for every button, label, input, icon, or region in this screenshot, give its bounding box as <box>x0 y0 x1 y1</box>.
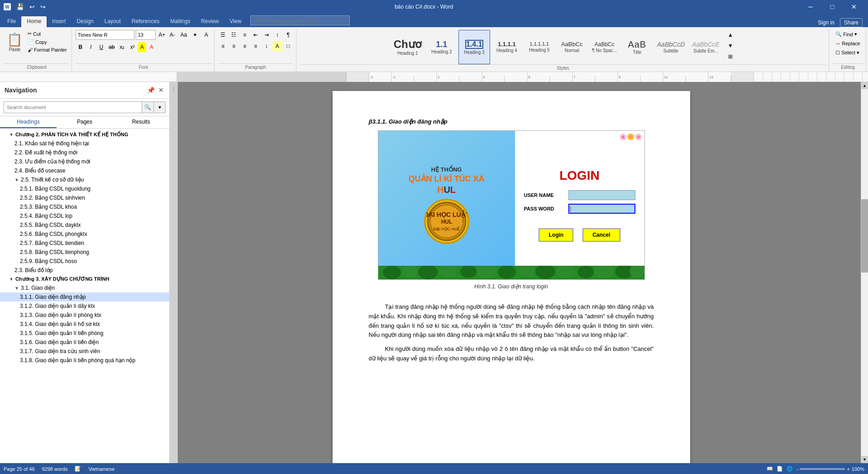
nav-item-2-5-7[interactable]: 2.5.7. Bảng CSDL tiendien <box>0 239 169 248</box>
share-button[interactable]: Share <box>840 18 863 27</box>
tab-references[interactable]: References <box>126 16 165 27</box>
align-right-button[interactable]: ≡ <box>240 41 250 51</box>
zoom-slider[interactable] <box>800 468 845 470</box>
view-read-button[interactable]: 📖 <box>767 466 773 472</box>
nav-item-2-2[interactable]: 2.2. Đề xuất hệ thống mới <box>0 148 169 157</box>
replace-button[interactable]: ↔ Replace <box>833 39 863 48</box>
style-nospace[interactable]: AaBbCc ¶ No Spac... <box>589 30 620 64</box>
nav-search-button[interactable]: 🔍 <box>142 101 154 113</box>
underline-button[interactable]: U <box>96 42 106 52</box>
vertical-scrollbar[interactable]: ▲ ▼ <box>861 82 868 463</box>
highlight-button[interactable]: A <box>138 42 146 52</box>
nav-item-ch2[interactable]: ▼ Chương 2. PHÂN TÍCH VÀ THIẾT KẾ HỆ THỐ… <box>0 130 169 139</box>
scroll-down-button[interactable]: ▼ <box>861 456 868 463</box>
style-subtitle[interactable]: AaBbCcD Subtitle <box>654 30 688 64</box>
scroll-thumb[interactable] <box>861 199 868 273</box>
save-button[interactable]: 💾 <box>14 2 26 11</box>
nav-item-3-1-1[interactable]: 3.1.1. Giao diện đăng nhập <box>0 292 169 302</box>
nav-item-2-5-2[interactable]: 2.5.2. Bảng CSDL sinhvien <box>0 193 169 202</box>
show-marks-button[interactable]: ¶ <box>283 30 293 40</box>
nav-tab-pages[interactable]: Pages <box>57 116 113 128</box>
increase-indent-button[interactable]: ⇥ <box>262 30 272 40</box>
nav-item-2-5-5[interactable]: 2.5.5. Bảng CSDL dayktx <box>0 220 169 230</box>
find-button[interactable]: 🔍 Find ▾ <box>833 30 863 38</box>
document-area[interactable]: 3 4 5 6 7 8 9 10 11 12 13 14 15 16 17 β3… <box>178 82 861 463</box>
multilevel-button[interactable]: ≡ <box>240 30 250 40</box>
view-web-button[interactable]: 🌐 <box>787 466 793 472</box>
styles-scroll-up[interactable]: ▲ <box>725 30 735 40</box>
tab-review[interactable]: Review <box>196 16 224 27</box>
cancel-button[interactable]: Cancel <box>582 228 620 242</box>
zoom-in-button[interactable]: + <box>847 466 849 472</box>
sign-in-button[interactable]: Sign in <box>818 19 835 26</box>
nav-item-2-5-3[interactable]: 2.5.3. Bảng CSDL khoa <box>0 202 169 211</box>
nav-item-2-5-6[interactable]: 2.5.6. Bảng CSDL phongktx <box>0 230 169 239</box>
zoom-out-button[interactable]: - <box>796 466 798 472</box>
nav-item-2-5[interactable]: ▼ 2.5. Thiết kế cơ sở dữ liệu <box>0 175 169 184</box>
close-button[interactable]: ✕ <box>844 0 864 14</box>
nav-pin-button[interactable]: 📌 <box>146 86 156 95</box>
clear-format-button[interactable]: ✦ <box>190 30 200 40</box>
login-button[interactable]: Login <box>539 228 573 242</box>
nav-tab-headings[interactable]: Headings <box>0 116 57 128</box>
style-heading4[interactable]: 1.1.1.1 Heading 4 <box>491 30 523 64</box>
align-center-button[interactable]: ≡ <box>229 41 239 51</box>
italic-button[interactable]: I <box>86 42 96 52</box>
tab-design[interactable]: Design <box>71 16 99 27</box>
bold-button[interactable]: B <box>76 42 86 52</box>
nav-item-3-1-5[interactable]: 3.1.5. Giao diện quản lí tiền phòng <box>0 329 169 338</box>
minimize-button[interactable]: ─ <box>800 0 821 14</box>
nav-item-2-4[interactable]: 2.4. Biểu đồ usecase <box>0 166 169 175</box>
text-effects-button[interactable]: A <box>201 30 211 40</box>
styles-expand[interactable]: ⊞ <box>725 52 735 62</box>
tab-mailings[interactable]: Mailings <box>165 16 196 27</box>
nav-search-options[interactable]: ▾ <box>154 101 166 113</box>
copy-button[interactable]: 📄 Copy <box>26 38 69 46</box>
style-title[interactable]: AaB Title <box>621 30 653 64</box>
nav-item-2-1[interactable]: 2.1. Khảo sát hệ thống hiện tại <box>0 139 169 148</box>
nav-item-3-1-4[interactable]: 3.1.4. Giao diện quản lí hồ sơ ktx <box>0 320 169 329</box>
subscript-button[interactable]: x₂ <box>117 42 127 52</box>
styles-scroll-down[interactable]: ▼ <box>725 41 735 51</box>
style-subtleem[interactable]: AaBbCcE Subtle Em... <box>689 30 723 64</box>
paste-button[interactable]: 📋 Paste <box>5 30 25 54</box>
align-left-button[interactable]: ≡ <box>218 41 228 51</box>
decrease-indent-button[interactable]: ⇤ <box>251 30 261 40</box>
shading-button[interactable]: A <box>272 41 282 51</box>
nav-item-2-5-8[interactable]: 2.5.8. Bảng CSDL tienphong <box>0 248 169 257</box>
view-layout-button[interactable]: 📄 <box>777 466 783 472</box>
font-color-button[interactable]: A <box>147 42 157 52</box>
nav-item-2-5-9[interactable]: 2.5.9. Bảng CSDL hoso <box>0 257 169 266</box>
style-normal[interactable]: AaBbCc Normal <box>556 30 588 64</box>
style-heading1[interactable]: Chươ Heading 1 <box>391 30 425 64</box>
maximize-button[interactable]: □ <box>822 0 843 14</box>
sort-button[interactable]: ↕ <box>272 30 282 40</box>
tab-file[interactable]: File <box>2 16 21 27</box>
nav-item-3-1[interactable]: ▼ 3.1. Giao diện <box>0 283 169 292</box>
nav-close-button[interactable]: ✕ <box>157 86 165 95</box>
style-heading3[interactable]: 1.4.1 Heading 3 <box>458 30 490 64</box>
tab-home[interactable]: Home <box>21 16 47 27</box>
nav-item-3-1-6[interactable]: 3.1.6. Giao diện quản lí tiền điện <box>0 338 169 347</box>
tab-view[interactable]: View <box>224 16 247 27</box>
tab-layout[interactable]: Layout <box>99 16 126 27</box>
superscript-button[interactable]: x² <box>128 42 138 52</box>
change-case-button[interactable]: Aa <box>179 30 189 40</box>
border-button[interactable]: □ <box>283 41 293 51</box>
cut-button[interactable]: ✂ Cut <box>26 30 69 38</box>
bullets-button[interactable]: ☰ <box>218 30 228 40</box>
redo-button[interactable]: ↪ <box>38 2 48 11</box>
justify-button[interactable]: ≡ <box>251 41 261 51</box>
numbering-button[interactable]: ☷ <box>229 30 239 40</box>
strikethrough-button[interactable]: ab <box>107 42 117 52</box>
nav-item-3-1-8[interactable]: 3.1.8. Giao diện quản lí tiền phòng quá … <box>0 356 169 365</box>
line-spacing-button[interactable]: ↕ <box>262 41 272 51</box>
font-shrink-button[interactable]: A- <box>167 30 177 40</box>
nav-item-2-5-4[interactable]: 2.5.4. Bảng CSDL lop <box>0 211 169 220</box>
format-painter-button[interactable]: 🖌 Format Painter <box>26 46 69 53</box>
nav-search-input[interactable] <box>4 101 142 113</box>
scroll-up-button[interactable]: ▲ <box>861 82 868 89</box>
tell-me-input[interactable] <box>250 15 350 25</box>
nav-item-2-3[interactable]: 2.3. Ưu điểm của hệ thống mới <box>0 157 169 166</box>
font-name-input[interactable] <box>76 30 134 40</box>
